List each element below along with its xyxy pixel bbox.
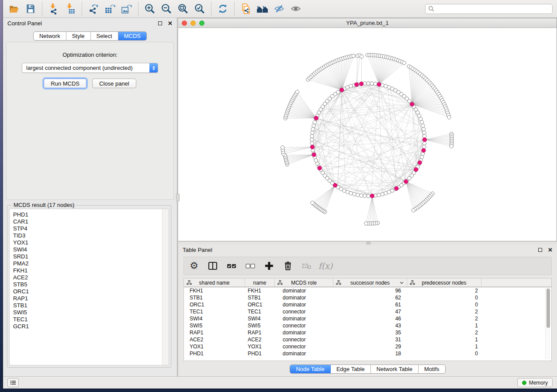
home-button[interactable] — [255, 1, 270, 16]
splitter-grip[interactable] — [176, 194, 180, 201]
network-graph[interactable] — [178, 28, 557, 241]
show-columns-button[interactable] — [207, 260, 218, 272]
export-image-button[interactable] — [119, 1, 134, 16]
table-tab-network-table[interactable]: Network Table — [371, 365, 419, 373]
mcds-result-item[interactable]: STB5 — [13, 281, 169, 288]
close-panel-button[interactable]: Close panel — [92, 79, 136, 88]
table-scrollbar-thumb[interactable] — [547, 289, 550, 328]
search-field[interactable] — [425, 4, 553, 14]
mcds-result-item[interactable]: FKH1 — [13, 267, 169, 274]
mcds-result-item[interactable]: TEC1 — [13, 316, 169, 323]
open-button[interactable] — [7, 1, 21, 16]
cytoscape-window: Control Panel ✕ NetworkStyleSelectMCDS O… — [3, 0, 557, 389]
mcds-result-item[interactable]: SRD1 — [13, 253, 169, 260]
add-column-button[interactable] — [263, 260, 275, 272]
panel-splitter[interactable] — [177, 18, 178, 376]
refresh-button[interactable] — [215, 1, 230, 16]
eye-button[interactable] — [288, 1, 303, 16]
cell-shared_name: ACE2 — [184, 336, 245, 343]
search-input[interactable] — [434, 5, 550, 12]
column-header-predecessor-nodes[interactable]: predecessor nodes — [407, 279, 481, 287]
mcds-result-item[interactable]: GCR1 — [13, 323, 169, 330]
mcds-result-item[interactable]: SWI5 — [13, 309, 169, 316]
mcds-result-item[interactable]: STP4 — [13, 225, 169, 232]
column-header-MCDS-role[interactable]: MCDS role — [275, 279, 333, 287]
run-mcds-button[interactable]: Run MCDS — [44, 79, 86, 88]
table-scrollbar[interactable] — [545, 288, 550, 359]
table-row[interactable]: ACE2ACE2connector311 — [184, 336, 551, 343]
toolbar-separator — [42, 2, 42, 16]
table-tabs: Node TableEdge TableNetwork TableMotifs — [290, 364, 445, 374]
mcds-result-item[interactable]: CAR1 — [13, 218, 169, 225]
table-tab-motifs[interactable]: Motifs — [419, 365, 445, 373]
clone-network-button[interactable] — [239, 1, 253, 16]
optimization-criterion-select[interactable]: largest connected component (undirected) — [22, 63, 158, 73]
zoom-fit-button[interactable] — [176, 1, 190, 16]
deselect-all-button[interactable] — [245, 260, 256, 272]
tab-style[interactable]: Style — [66, 32, 91, 40]
table-tab-node-table[interactable]: Node Table — [290, 365, 331, 373]
mcds-list-scrollbar[interactable] — [162, 209, 169, 365]
export-table-button[interactable] — [103, 1, 118, 16]
clear-table-button[interactable] — [301, 260, 312, 272]
memory-button[interactable]: Memory — [517, 378, 553, 387]
mcds-result-group: MCDS result (17 nodes) PHD1CAR1STP4TID3Y… — [7, 205, 171, 368]
table-row[interactable]: RAP1RAP1dominator352 — [184, 329, 551, 336]
function-builder-button[interactable]: f(x) — [320, 260, 331, 272]
table-splitter[interactable] — [178, 241, 557, 245]
table-settings-button[interactable]: ⚙ — [188, 260, 200, 272]
table-row[interactable]: STB1STB1dominator620 — [184, 294, 551, 301]
toolbar-separator — [211, 2, 211, 16]
select-all-button[interactable] — [226, 260, 237, 272]
export-image-icon — [121, 3, 132, 14]
mcds-result-item[interactable]: RAP1 — [13, 295, 169, 302]
table-row[interactable]: SWI4SWI4dominator462 — [184, 315, 551, 322]
mcds-result-item[interactable]: YOX1 — [13, 239, 169, 246]
table-row[interactable]: YOX1YOX1connector291 — [184, 343, 551, 350]
mcds-result-item[interactable]: ACE2 — [13, 274, 169, 281]
table-row[interactable]: ORC1ORC1dominator610 — [184, 301, 551, 308]
close-table-panel-icon[interactable]: ✕ — [548, 247, 553, 253]
table-splitter-grip[interactable] — [367, 242, 370, 244]
cell-predecessor_nodes: 1 — [407, 336, 481, 343]
table-row[interactable]: FKH1FKH1dominator962 — [184, 287, 551, 294]
hide-button[interactable] — [272, 1, 287, 16]
mcds-result-item[interactable]: ORC1 — [13, 288, 169, 295]
tab-select[interactable]: Select — [91, 32, 118, 40]
optimization-criterion-label: Optimization criterion: — [62, 52, 118, 58]
tab-network[interactable]: Network — [34, 32, 66, 40]
zoom-selected-button[interactable] — [192, 1, 207, 16]
mcds-result-item[interactable]: PHD1 — [13, 211, 169, 218]
float-table-panel-icon[interactable] — [538, 248, 542, 252]
mcds-result-item[interactable]: SWI4 — [13, 246, 169, 253]
mcds-result-item[interactable]: STB1 — [13, 302, 169, 309]
column-header-successor-nodes[interactable]: successor nodes — [333, 279, 407, 287]
save-button[interactable] — [23, 1, 38, 16]
close-panel-icon[interactable]: ✕ — [168, 21, 173, 26]
table-row[interactable]: PHD1PHD1dominator180 — [184, 350, 551, 357]
cell-predecessor_nodes: 0 — [407, 294, 481, 301]
network-canvas[interactable] — [178, 28, 557, 241]
table-tab-edge-table[interactable]: Edge Table — [331, 365, 371, 373]
column-header-name[interactable]: name — [245, 279, 275, 287]
import-table-button[interactable] — [63, 1, 78, 16]
delete-column-button[interactable] — [282, 260, 294, 272]
export-network-button[interactable] — [86, 1, 101, 16]
mcds-result-title: MCDS result (17 nodes) — [12, 202, 76, 208]
import-network-button[interactable] — [46, 1, 61, 16]
float-panel-icon[interactable] — [158, 21, 162, 25]
task-history-button[interactable] — [7, 378, 19, 387]
tab-mcds[interactable]: MCDS — [118, 32, 146, 40]
mcds-result-list[interactable]: PHD1CAR1STP4TID3YOX1SWI4SRD1PMA2FKH1ACE2… — [9, 209, 169, 365]
cell-shared_name: PHD1 — [184, 350, 245, 357]
export-network-icon — [88, 3, 99, 14]
zoom-out-button[interactable] — [159, 1, 174, 16]
mcds-result-item[interactable]: TID3 — [13, 232, 169, 239]
memory-label: Memory — [529, 380, 548, 386]
zoom-in-button[interactable] — [142, 1, 157, 16]
column-header-shared-name[interactable]: shared name — [184, 279, 245, 287]
mcds-result-item[interactable]: PMA2 — [13, 260, 169, 267]
table-row[interactable]: SWI5SWI5connector431 — [184, 322, 551, 329]
table-panel-titlebar: Table Panel ✕ — [178, 245, 557, 254]
table-row[interactable]: TEC1TEC1connector472 — [184, 308, 551, 315]
